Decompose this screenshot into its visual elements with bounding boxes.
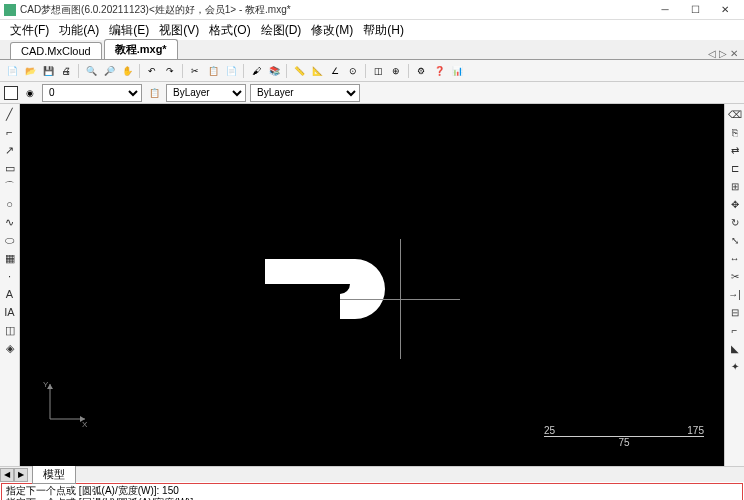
block-icon[interactable]: ◫	[370, 63, 386, 79]
chamfer-tool-icon[interactable]: ◣	[727, 340, 743, 356]
layer-combo[interactable]: 0	[42, 84, 142, 102]
print-icon[interactable]: 🖨	[58, 63, 74, 79]
extend-tool-icon[interactable]: →|	[727, 286, 743, 302]
help-icon[interactable]: ❓	[431, 63, 447, 79]
arc-tool-icon[interactable]: ⌒	[2, 178, 18, 194]
match-props-icon[interactable]: 🖌	[248, 63, 264, 79]
text-tool-icon[interactable]: A	[2, 286, 18, 302]
linetype-combo[interactable]: ByLayer	[166, 84, 246, 102]
model-tab[interactable]: 模型	[32, 465, 76, 484]
dim-radius-icon[interactable]: ⊙	[345, 63, 361, 79]
hatch-tool-icon[interactable]: ▦	[2, 250, 18, 266]
menu-file[interactable]: 文件(F)	[6, 21, 53, 40]
redo-icon[interactable]: ↷	[162, 63, 178, 79]
close-button[interactable]: ✕	[710, 1, 740, 19]
crosshair-vertical	[400, 239, 401, 359]
lineweight-combo[interactable]: ByLayer	[250, 84, 360, 102]
scroll-right-icon[interactable]: ▶	[14, 468, 28, 482]
circle-tool-icon[interactable]: ○	[2, 196, 18, 212]
standard-toolbar: 📄 📂 💾 🖨 🔍 🔎 ✋ ↶ ↷ ✂ 📋 📄 🖌 📚 📏 📐 ∠ ⊙ ◫ ⊕ …	[0, 60, 744, 82]
tab-document[interactable]: 教程.mxg*	[104, 39, 178, 59]
erase-tool-icon[interactable]: ⌫	[727, 106, 743, 122]
line-tool-icon[interactable]: ╱	[2, 106, 18, 122]
polyline-tool-icon[interactable]: ⌐	[2, 124, 18, 140]
new-icon[interactable]: 📄	[4, 63, 20, 79]
measure-icon[interactable]: 📊	[449, 63, 465, 79]
menu-modify[interactable]: 修改(M)	[307, 21, 357, 40]
explode-tool-icon[interactable]: ✦	[727, 358, 743, 374]
tab-cloud[interactable]: CAD.MxCloud	[10, 42, 102, 59]
ucs-icon: Y X	[40, 379, 90, 431]
zoom-window-icon[interactable]: 🔎	[101, 63, 117, 79]
command-history-line: 指定下一个点或 [圆弧(A)/宽度(W)]: 150	[6, 485, 738, 497]
save-icon[interactable]: 💾	[40, 63, 56, 79]
color-swatch[interactable]	[4, 86, 18, 100]
svg-text:X: X	[82, 420, 88, 429]
menu-view[interactable]: 视图(V)	[155, 21, 203, 40]
insert-icon[interactable]: ⊕	[388, 63, 404, 79]
zoom-extents-icon[interactable]: 🔍	[83, 63, 99, 79]
properties-toolbar: ◉ 0 📋 ByLayer ByLayer	[0, 82, 744, 104]
main-area: ╱ ⌐ ↗ ▭ ⌒ ○ ∿ ⬭ ▦ · A IA ◫ ◈ Y X	[0, 104, 744, 466]
move-tool-icon[interactable]: ✥	[727, 196, 743, 212]
maximize-button[interactable]: ☐	[680, 1, 710, 19]
layout-bar: ◀ ▶ 模型	[0, 466, 744, 482]
menu-format[interactable]: 格式(O)	[205, 21, 254, 40]
layer-manager-icon[interactable]: 📋	[146, 85, 162, 101]
layers-icon[interactable]: 📚	[266, 63, 282, 79]
title-bar: CAD梦想画图(6.0.20211123)<姓赵的好，会员1> - 教程.mxg…	[0, 0, 744, 20]
window-title: CAD梦想画图(6.0.20211123)<姓赵的好，会员1> - 教程.mxg…	[20, 3, 650, 17]
menu-func[interactable]: 功能(A)	[55, 21, 103, 40]
copy-icon[interactable]: 📋	[205, 63, 221, 79]
region-tool-icon[interactable]: ◈	[2, 340, 18, 356]
mtext-tool-icon[interactable]: IA	[2, 304, 18, 320]
xline-tool-icon[interactable]: ↗	[2, 142, 18, 158]
cut-icon[interactable]: ✂	[187, 63, 203, 79]
trim-tool-icon[interactable]: ✂	[727, 268, 743, 284]
stretch-tool-icon[interactable]: ↔	[727, 250, 743, 266]
scale-bar: 25175 75	[544, 425, 704, 448]
menu-edit[interactable]: 编辑(E)	[105, 21, 153, 40]
modify-toolbar: ⌫ ⎘ ⇄ ⊏ ⊞ ✥ ↻ ⤡ ↔ ✂ →| ⊟ ⌐ ◣ ✦	[724, 104, 744, 466]
point-tool-icon[interactable]: ·	[2, 268, 18, 284]
menu-bar: 文件(F) 功能(A) 编辑(E) 视图(V) 格式(O) 绘图(D) 修改(M…	[0, 20, 744, 40]
menu-help[interactable]: 帮助(H)	[359, 21, 408, 40]
tab-controls[interactable]: ◁ ▷ ✕	[708, 48, 744, 59]
spline-tool-icon[interactable]: ∿	[2, 214, 18, 230]
dim-aligned-icon[interactable]: 📐	[309, 63, 325, 79]
drawing-canvas[interactable]: Y X 25175 75	[20, 104, 724, 466]
dim-linear-icon[interactable]: 📏	[291, 63, 307, 79]
ellipse-tool-icon[interactable]: ⬭	[2, 232, 18, 248]
paste-icon[interactable]: 📄	[223, 63, 239, 79]
command-window[interactable]: 指定下一个点或 [圆弧(A)/宽度(W)]: 150 指定下一个点或 [回退(U…	[1, 483, 743, 500]
mirror-tool-icon[interactable]: ⇄	[727, 142, 743, 158]
break-tool-icon[interactable]: ⊟	[727, 304, 743, 320]
block-tool-icon[interactable]: ◫	[2, 322, 18, 338]
rectangle-tool-icon[interactable]: ▭	[2, 160, 18, 176]
undo-icon[interactable]: ↶	[144, 63, 160, 79]
polyline-shape	[260, 239, 420, 329]
layer-state-icon[interactable]: ◉	[22, 85, 38, 101]
minimize-button[interactable]: ─	[650, 1, 680, 19]
rotate-tool-icon[interactable]: ↻	[727, 214, 743, 230]
offset-tool-icon[interactable]: ⊏	[727, 160, 743, 176]
menu-draw[interactable]: 绘图(D)	[257, 21, 306, 40]
dim-angular-icon[interactable]: ∠	[327, 63, 343, 79]
pan-icon[interactable]: ✋	[119, 63, 135, 79]
document-tab-bar: CAD.MxCloud 教程.mxg* ◁ ▷ ✕	[0, 40, 744, 60]
properties-icon[interactable]: ⚙	[413, 63, 429, 79]
copy-tool-icon[interactable]: ⎘	[727, 124, 743, 140]
array-tool-icon[interactable]: ⊞	[727, 178, 743, 194]
draw-toolbar: ╱ ⌐ ↗ ▭ ⌒ ○ ∿ ⬭ ▦ · A IA ◫ ◈	[0, 104, 20, 466]
app-icon	[4, 4, 16, 16]
fillet-tool-icon[interactable]: ⌐	[727, 322, 743, 338]
scroll-left-icon[interactable]: ◀	[0, 468, 14, 482]
open-icon[interactable]: 📂	[22, 63, 38, 79]
scale-tool-icon[interactable]: ⤡	[727, 232, 743, 248]
